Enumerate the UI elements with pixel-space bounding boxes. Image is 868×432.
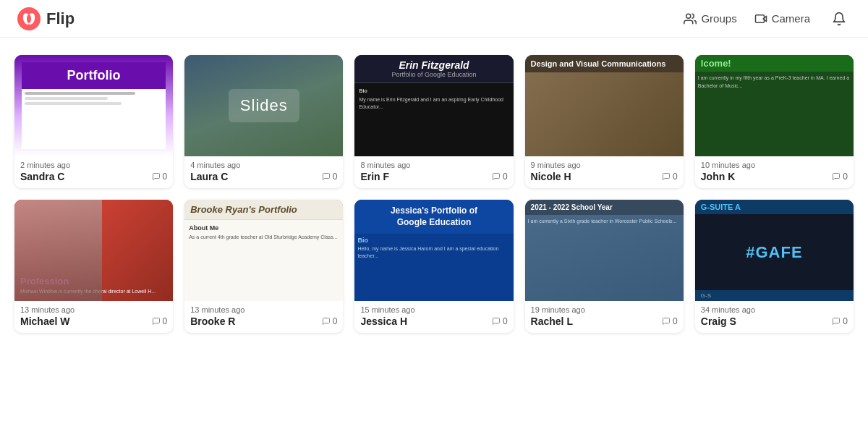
header-nav: Groups Camera [684,7,851,30]
person-name-craig: Craig S 0 [701,315,848,327]
person-name-rachel: Rachel L 0 [531,315,678,327]
people-icon [684,12,697,25]
time-ago-craig: 34 minutes ago [701,305,848,314]
bell-icon [832,12,846,26]
thumbnail-brooke: Brooke Ryan's Portfolio About Me As a cu… [184,200,343,301]
logo-area: Flip [17,7,75,30]
person-name-laura: Laura C 0 [190,171,337,182]
comment-icon [492,317,501,326]
comment-count-craig: 0 [832,316,848,326]
video-card-michael[interactable]: Profession Michael Window is currently t… [14,200,173,333]
time-ago-jessica: 15 minutes ago [360,305,507,314]
comment-count-nicole: 0 [662,171,678,182]
comment-count-rachel: 0 [662,316,678,326]
camera-icon [754,12,767,25]
thumbnail-sandra: Portfolio [14,55,173,156]
comment-count-brooke: 0 [322,316,338,326]
camera-label: Camera [772,12,810,25]
camera-nav[interactable]: Camera [754,12,810,25]
video-info-nicole: 9 minutes ago Nicole H 0 [525,156,684,188]
person-name-michael: Michael W 0 [20,315,167,327]
thumbnail-rachel: 2021 - 2022 School Year I am currently a… [525,200,684,301]
person-name-sandra: Sandra C 0 [20,171,167,182]
comment-count-erin: 0 [492,171,508,182]
comment-icon [832,317,841,326]
person-name-erin: Erin F 0 [360,171,507,182]
thumbnail-erin: Erin Fitzgerald Portfolio of Google Educ… [354,55,513,156]
comment-count-laura: 0 [322,171,338,182]
svg-point-3 [27,14,31,23]
groups-nav[interactable]: Groups [684,12,736,25]
comment-icon [152,172,161,181]
person-name-john: John K 0 [701,171,848,182]
video-info-erin: 8 minutes ago Erin F 0 [354,156,513,188]
thumbnail-jessica: Jessica's Portfolio ofGoogle Education B… [354,200,513,301]
video-info-jessica: 15 minutes ago Jessica H 0 [354,301,513,333]
thumbnail-michael: Profession Michael Window is currently t… [14,200,173,301]
person-name-jessica: Jessica H 0 [360,315,507,327]
time-ago-nicole: 9 minutes ago [531,161,678,169]
video-info-craig: 34 minutes ago Craig S 0 [695,301,854,333]
time-ago-erin: 8 minutes ago [360,161,507,169]
app-header: Flip Groups Camera [0,0,868,38]
comment-icon [322,172,331,181]
thumbnail-john: lcome! I am currently in my fifth year a… [695,55,854,156]
video-card-erin[interactable]: Erin Fitzgerald Portfolio of Google Educ… [354,55,513,188]
time-ago-laura: 4 minutes ago [190,161,337,169]
video-grid: Portfolio 2 minutes ago Sandra C [14,55,854,333]
comment-icon [492,172,501,181]
time-ago-brooke: 13 minutes ago [190,305,337,314]
video-card-jessica[interactable]: Jessica's Portfolio ofGoogle Education B… [354,200,513,333]
video-info-sandra: 2 minutes ago Sandra C 0 [14,156,173,188]
comment-count-john: 0 [832,171,848,182]
video-info-brooke: 13 minutes ago Brooke R 0 [184,301,343,333]
comment-icon [322,317,331,326]
groups-label: Groups [701,12,736,25]
time-ago-sandra: 2 minutes ago [20,161,167,169]
video-card-rachel[interactable]: 2021 - 2022 School Year I am currently a… [525,200,684,333]
video-info-laura: 4 minutes ago Laura C 0 [184,156,343,188]
notification-button[interactable] [827,7,851,30]
comment-icon [832,172,841,181]
video-info-michael: 13 minutes ago Michael W 0 [14,301,173,333]
thumbnail-nicole: Design and Visual Communications [525,55,684,156]
person-name-nicole: Nicole H 0 [531,171,678,182]
video-card-sandra[interactable]: Portfolio 2 minutes ago Sandra C [14,55,173,188]
time-ago-john: 10 minutes ago [701,161,848,169]
comment-count-michael: 0 [152,316,168,326]
app-title: Flip [46,9,75,28]
person-name-brooke: Brooke R 0 [190,315,337,327]
time-ago-michael: 13 minutes ago [20,305,167,314]
comment-icon [662,317,671,326]
comment-icon [152,317,161,326]
video-card-brooke[interactable]: Brooke Ryan's Portfolio About Me As a cu… [184,200,343,333]
video-info-rachel: 19 minutes ago Rachel L 0 [525,301,684,333]
time-ago-rachel: 19 minutes ago [531,305,678,314]
video-card-laura[interactable]: Slides 4 minutes ago Laura C 0 [184,55,343,188]
video-info-john: 10 minutes ago John K 0 [695,156,854,188]
svg-point-4 [686,14,691,18]
flip-logo-icon [17,7,41,30]
comment-icon [662,172,671,181]
main-content: Portfolio 2 minutes ago Sandra C [0,38,868,350]
video-card-craig[interactable]: G-SUITE A #GAFE G-S 34 minutes ago Craig… [695,200,854,333]
thumbnail-laura: Slides [184,55,343,156]
video-card-john[interactable]: lcome! I am currently in my fifth year a… [695,55,854,188]
comment-count-sandra: 0 [152,171,168,182]
comment-count-jessica: 0 [492,316,508,326]
video-card-nicole[interactable]: Design and Visual Communications 9 minut… [525,55,684,188]
thumbnail-craig: G-SUITE A #GAFE G-S [695,200,854,301]
